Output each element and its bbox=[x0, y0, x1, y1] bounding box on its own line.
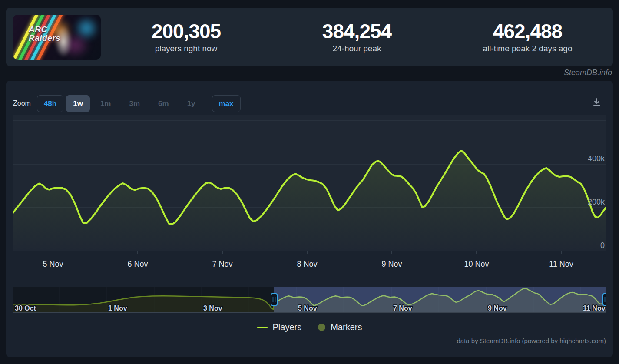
zoom-button-max[interactable]: max bbox=[212, 95, 241, 112]
game-banner: ARC Raiders bbox=[13, 15, 101, 60]
zoom-button-3m[interactable]: 3m bbox=[121, 95, 148, 112]
player-stats: 200,305 players right now 384,254 24-hou… bbox=[101, 20, 613, 54]
svg-text:3 Nov: 3 Nov bbox=[203, 304, 222, 312]
stat-label: 24-hour peak bbox=[271, 44, 442, 53]
svg-text:8 Nov: 8 Nov bbox=[297, 260, 317, 268]
game-logo-line1: ARC bbox=[29, 25, 60, 34]
download-icon bbox=[592, 97, 602, 107]
stat-value: 462,488 bbox=[442, 20, 613, 43]
svg-text:1 Nov: 1 Nov bbox=[108, 304, 127, 312]
svg-text:11 Nov: 11 Nov bbox=[549, 260, 573, 268]
players-line-swatch bbox=[257, 327, 268, 328]
stat-24h-peak: 384,254 24-hour peak bbox=[271, 20, 442, 54]
highcharts-credit: data by SteamDB.info (powered by highcha… bbox=[457, 337, 606, 344]
svg-text:11 Nov: 11 Nov bbox=[583, 304, 606, 312]
zoom-button-1y[interactable]: 1y bbox=[179, 95, 203, 112]
zoom-label: Zoom bbox=[13, 99, 31, 107]
stat-alltime-peak: 462,488 all-time peak 2 days ago bbox=[442, 20, 613, 54]
header-card: ARC Raiders 200,305 players right now 38… bbox=[6, 8, 613, 66]
svg-text:7 Nov: 7 Nov bbox=[212, 260, 232, 268]
navigator-handle-left[interactable] bbox=[271, 294, 277, 305]
legend-item-markers[interactable]: Markers bbox=[318, 322, 362, 332]
legend-label: Players bbox=[273, 322, 302, 332]
svg-text:9 Nov: 9 Nov bbox=[381, 260, 402, 268]
svg-text:30 Oct: 30 Oct bbox=[15, 304, 36, 312]
main-chart-svg: 5 Nov6 Nov7 Nov8 Nov9 Nov10 Nov11 Nov020… bbox=[13, 115, 606, 271]
stat-label: all-time peak 2 days ago bbox=[442, 44, 613, 53]
legend-label: Markers bbox=[331, 322, 362, 332]
markers-circle-swatch bbox=[318, 324, 325, 331]
stat-value: 384,254 bbox=[271, 20, 442, 43]
zoom-button-48h[interactable]: 48h bbox=[37, 95, 63, 112]
legend-item-players[interactable]: Players bbox=[257, 322, 302, 332]
svg-text:7 Nov: 7 Nov bbox=[393, 304, 412, 312]
svg-text:6 Nov: 6 Nov bbox=[127, 260, 148, 268]
svg-text:200k: 200k bbox=[588, 198, 605, 206]
stat-value: 200,305 bbox=[101, 20, 271, 43]
svg-text:400k: 400k bbox=[588, 154, 605, 163]
steamdb-attribution: SteamDB.info bbox=[564, 68, 612, 77]
chart-legend: Players Markers bbox=[6, 322, 613, 332]
chart-card: Zoom 48h1w1m3m6m1ymax 5 Nov6 Nov7 Nov8 N… bbox=[6, 81, 613, 357]
svg-text:9 Nov: 9 Nov bbox=[488, 304, 507, 312]
stat-label: players right now bbox=[101, 44, 271, 53]
steamdb-charts-page: ARC Raiders 200,305 players right now 38… bbox=[0, 0, 619, 364]
game-logo: ARC Raiders bbox=[29, 25, 60, 43]
main-chart[interactable]: 5 Nov6 Nov7 Nov8 Nov9 Nov10 Nov11 Nov020… bbox=[13, 115, 606, 271]
zoom-button-1m[interactable]: 1m bbox=[93, 95, 119, 112]
svg-text:0: 0 bbox=[600, 241, 605, 250]
navigator-handle-right[interactable] bbox=[603, 294, 606, 305]
zoom-button-6m[interactable]: 6m bbox=[150, 95, 177, 112]
download-button[interactable] bbox=[590, 96, 603, 109]
navigator[interactable]: 30 Oct1 Nov3 Nov5 Nov7 Nov9 Nov11 Nov bbox=[13, 287, 606, 313]
svg-text:10 Nov: 10 Nov bbox=[464, 260, 489, 268]
svg-text:5 Nov: 5 Nov bbox=[298, 304, 317, 312]
game-logo-line2: Raiders bbox=[29, 34, 60, 43]
zoom-buttons: 48h1w1m3m6m1ymax bbox=[37, 95, 243, 112]
stat-current-players: 200,305 players right now bbox=[101, 20, 271, 54]
navigator-svg: 30 Oct1 Nov3 Nov5 Nov7 Nov9 Nov11 Nov bbox=[13, 287, 606, 313]
navigator-outside-mask bbox=[13, 287, 274, 313]
chart-toolbar: Zoom 48h1w1m3m6m1ymax bbox=[13, 93, 606, 114]
navigator-selection[interactable] bbox=[274, 287, 606, 313]
svg-text:5 Nov: 5 Nov bbox=[43, 260, 63, 268]
x-axis-labels: 5 Nov6 Nov7 Nov8 Nov9 Nov10 Nov11 Nov bbox=[43, 251, 573, 268]
zoom-button-1w[interactable]: 1w bbox=[66, 95, 90, 112]
